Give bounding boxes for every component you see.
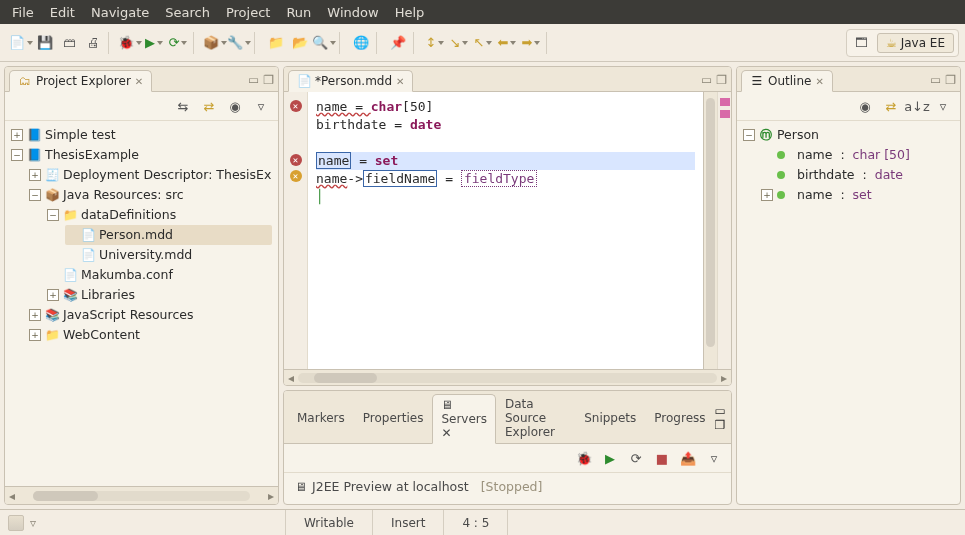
web-browser-button[interactable]: 🌐 <box>350 32 372 54</box>
collapse-all-button[interactable]: ⇆ <box>172 95 194 117</box>
sort-button[interactable]: ⇄ <box>880 95 902 117</box>
outline-tab[interactable]: ☰ Outline ✕ <box>741 70 833 92</box>
tree-node-person-mdd[interactable]: 📄 Person.mdd <box>65 225 272 245</box>
maximize-view-button[interactable]: ❐ <box>945 73 956 87</box>
alpha-sort-button[interactable]: a↓z <box>906 95 928 117</box>
menu-window[interactable]: Window <box>319 3 386 22</box>
tree-node-university-mdd[interactable]: 📄 University.mdd <box>65 245 272 265</box>
search-button[interactable]: 🔍 <box>313 32 335 54</box>
view-menu-button[interactable]: ▿ <box>703 447 725 469</box>
next-annotation-button[interactable]: ↘ <box>448 32 470 54</box>
close-icon[interactable]: ✕ <box>815 76 823 87</box>
expand-icon[interactable]: + <box>29 309 41 321</box>
debug-button[interactable]: 🐞 <box>119 32 141 54</box>
open-perspective-button[interactable]: 🗔 <box>851 32 873 54</box>
tab-data-source-explorer[interactable]: Data Source Explorer <box>496 393 575 443</box>
close-icon[interactable]: ✕ <box>396 76 404 87</box>
tree-node-js-resources[interactable]: + 📚 JavaScript Resources <box>29 305 272 325</box>
editor-tab-person[interactable]: 📄 *Person.mdd ✕ <box>288 70 413 92</box>
outline-tree[interactable]: − ⓜ Person name : char [50] birth <box>737 121 960 504</box>
project-explorer-tab[interactable]: 🗂 Project Explorer ✕ <box>9 70 152 92</box>
minimize-editor-button[interactable]: ▭ <box>701 73 712 87</box>
fast-view-button[interactable] <box>8 515 24 531</box>
horizontal-scrollbar[interactable]: ◂ ▸ <box>5 486 278 504</box>
stop-server-button[interactable]: ■ <box>651 447 673 469</box>
maximize-view-button[interactable]: ❐ <box>263 73 274 87</box>
run-button[interactable]: ▶ <box>143 32 165 54</box>
new-server-button[interactable]: 📦 <box>204 32 226 54</box>
maximize-view-button[interactable]: ❐ <box>715 418 726 432</box>
forward-button[interactable]: ➡ <box>520 32 542 54</box>
warning-marker-icon[interactable]: ✕ <box>290 170 302 182</box>
last-edit-button[interactable]: ↕ <box>424 32 446 54</box>
print-button[interactable]: 🖨 <box>82 32 104 54</box>
tree-node-java-resources[interactable]: − 📦 Java Resources: src <box>29 185 272 205</box>
vertical-scrollbar[interactable] <box>703 92 717 369</box>
link-editor-button[interactable]: ⇄ <box>198 95 220 117</box>
menu-file[interactable]: File <box>4 3 42 22</box>
collapse-icon[interactable]: − <box>743 129 755 141</box>
maximize-editor-button[interactable]: ❐ <box>716 73 727 87</box>
tree-node-deploy-descriptor[interactable]: + 🧾 Deployment Descriptor: ThesisEx <box>29 165 272 185</box>
outline-root[interactable]: − ⓜ Person <box>743 125 954 145</box>
menu-help[interactable]: Help <box>387 3 433 22</box>
tree-node-webcontent[interactable]: + 📁 WebContent <box>29 325 272 345</box>
menu-search[interactable]: Search <box>157 3 218 22</box>
menu-navigate[interactable]: Navigate <box>83 3 157 22</box>
expand-icon[interactable]: + <box>29 169 41 181</box>
collapse-icon[interactable]: − <box>29 189 41 201</box>
publish-server-button[interactable]: 📤 <box>677 447 699 469</box>
tab-progress[interactable]: Progress <box>645 407 714 429</box>
new-struts-button[interactable]: 🔧 <box>228 32 250 54</box>
expand-icon[interactable]: + <box>29 329 41 341</box>
expand-icon[interactable]: + <box>11 129 23 141</box>
code-area[interactable]: name = char[50] birthdate = date name = … <box>308 92 703 369</box>
tree-node-libraries[interactable]: + 📚 Libraries <box>47 285 272 305</box>
collapse-icon[interactable]: − <box>47 209 59 221</box>
run-server-button[interactable]: ▶ <box>599 447 621 469</box>
expand-icon[interactable]: + <box>761 189 773 201</box>
start-server-button[interactable]: 🐞 <box>573 447 595 469</box>
tree-node-simple-test[interactable]: + 📘 Simple test <box>11 125 272 145</box>
server-row[interactable]: 🖥 J2EE Preview at localhost [Stopped] <box>294 479 721 494</box>
close-icon[interactable]: ✕ <box>441 426 451 440</box>
back-button[interactable]: ⬅ <box>496 32 518 54</box>
error-marker-icon[interactable]: ✕ <box>290 100 302 112</box>
new-button[interactable]: 📄 <box>10 32 32 54</box>
editor-horizontal-scrollbar[interactable]: ◂ ▸ <box>284 369 731 385</box>
tab-snippets[interactable]: Snippets <box>575 407 645 429</box>
expand-icon[interactable]: + <box>47 289 59 301</box>
open-type-button[interactable]: 📁 <box>265 32 287 54</box>
pin-button[interactable]: 📌 <box>387 32 409 54</box>
menu-project[interactable]: Project <box>218 3 278 22</box>
tab-servers[interactable]: 🖥 Servers ✕ <box>432 394 496 444</box>
minimize-view-button[interactable]: ▭ <box>715 404 726 418</box>
focus-task-button[interactable]: ◉ <box>224 95 246 117</box>
save-button[interactable]: 💾 <box>34 32 56 54</box>
menu-run[interactable]: Run <box>278 3 319 22</box>
tree-node-thesis-example[interactable]: − 📘 ThesisExample <box>11 145 272 165</box>
save-all-button[interactable]: 🗃 <box>58 32 80 54</box>
project-tree[interactable]: + 📘 Simple test − 📘 ThesisExample + 🧾 De… <box>5 121 278 486</box>
run-last-button[interactable]: ⟳ <box>167 32 189 54</box>
profile-server-button[interactable]: ⟳ <box>625 447 647 469</box>
text-editor[interactable]: ✕ ✕ ✕ name = char[50] birthdate = date n… <box>284 92 731 369</box>
chevron-down-icon[interactable]: ▿ <box>30 516 36 530</box>
collapse-icon[interactable]: − <box>11 149 23 161</box>
tree-node-data-definitions[interactable]: − 📁 dataDefinitions <box>47 205 272 225</box>
menu-edit[interactable]: Edit <box>42 3 83 22</box>
close-icon[interactable]: ✕ <box>135 76 143 87</box>
tree-node-makumba-conf[interactable]: 📄 Makumba.conf <box>47 265 272 285</box>
perspective-javaee[interactable]: ☕ Java EE <box>877 33 954 53</box>
outline-item[interactable]: name : char [50] <box>761 145 954 165</box>
error-marker-icon[interactable]: ✕ <box>290 154 302 166</box>
open-task-button[interactable]: 📂 <box>289 32 311 54</box>
servers-list[interactable]: 🖥 J2EE Preview at localhost [Stopped] <box>284 473 731 504</box>
view-menu-button[interactable]: ▿ <box>250 95 272 117</box>
minimize-view-button[interactable]: ▭ <box>248 73 259 87</box>
tab-properties[interactable]: Properties <box>354 407 433 429</box>
minimize-view-button[interactable]: ▭ <box>930 73 941 87</box>
prev-annotation-button[interactable]: ↖ <box>472 32 494 54</box>
outline-item[interactable]: birthdate : date <box>761 165 954 185</box>
view-menu-button[interactable]: ▿ <box>932 95 954 117</box>
